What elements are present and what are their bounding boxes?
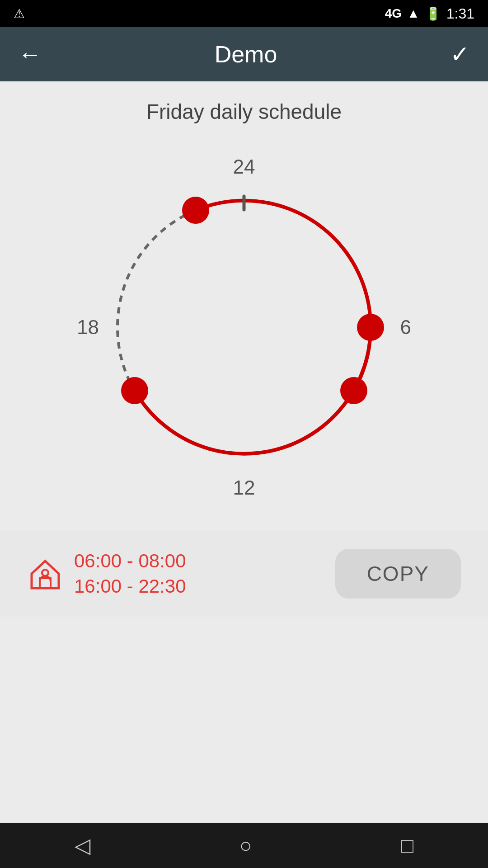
signal-4g-icon: 4G bbox=[385, 6, 402, 21]
battery-icon: 🔋 bbox=[425, 6, 441, 21]
copy-button[interactable]: COPY bbox=[335, 549, 461, 599]
handle-2230 bbox=[182, 197, 209, 224]
back-nav-icon: ◁ bbox=[75, 833, 90, 858]
time-slots: 06:00 - 08:00 16:00 - 22:30 bbox=[74, 550, 186, 597]
page-title: Demo bbox=[215, 41, 277, 68]
handle-1600 bbox=[121, 377, 148, 404]
confirm-button[interactable]: ✓ bbox=[450, 41, 470, 68]
alert-icon: ⚠ bbox=[14, 6, 25, 21]
recent-nav-icon: □ bbox=[401, 833, 413, 858]
schedule-info: 06:00 - 08:00 16:00 - 22:30 bbox=[27, 550, 186, 597]
back-icon: ← bbox=[18, 41, 42, 68]
status-bar: ⚠ 4G ▲ 🔋 1:31 bbox=[0, 0, 488, 27]
status-time: 1:31 bbox=[446, 5, 474, 22]
main-content: Friday daily schedule 24 6 12 18 bbox=[0, 81, 488, 823]
home-person-icon bbox=[27, 556, 63, 592]
schedule-title: Friday daily schedule bbox=[146, 99, 342, 124]
svg-point-3 bbox=[42, 570, 48, 576]
clock-svg[interactable] bbox=[68, 151, 420, 504]
time-slot-1: 06:00 - 08:00 bbox=[74, 550, 186, 572]
home-nav-button[interactable]: ○ bbox=[239, 833, 252, 858]
nav-bar: ◁ ○ □ bbox=[0, 823, 488, 868]
signal-bars-icon: ▲ bbox=[407, 6, 420, 21]
handle-0600 bbox=[357, 314, 384, 341]
back-button[interactable]: ← bbox=[18, 41, 42, 68]
app-bar: ← Demo ✓ bbox=[0, 27, 488, 81]
handle-0800 bbox=[340, 377, 367, 404]
svg-rect-2 bbox=[40, 578, 51, 588]
back-nav-button[interactable]: ◁ bbox=[75, 833, 90, 858]
home-nav-icon: ○ bbox=[239, 833, 252, 858]
check-icon: ✓ bbox=[450, 41, 470, 68]
clock-circle-container: 24 6 12 18 bbox=[68, 151, 420, 504]
recent-nav-button[interactable]: □ bbox=[401, 833, 413, 858]
time-slot-2: 16:00 - 22:30 bbox=[74, 576, 186, 597]
bottom-panel: 06:00 - 08:00 16:00 - 22:30 COPY bbox=[0, 531, 488, 617]
